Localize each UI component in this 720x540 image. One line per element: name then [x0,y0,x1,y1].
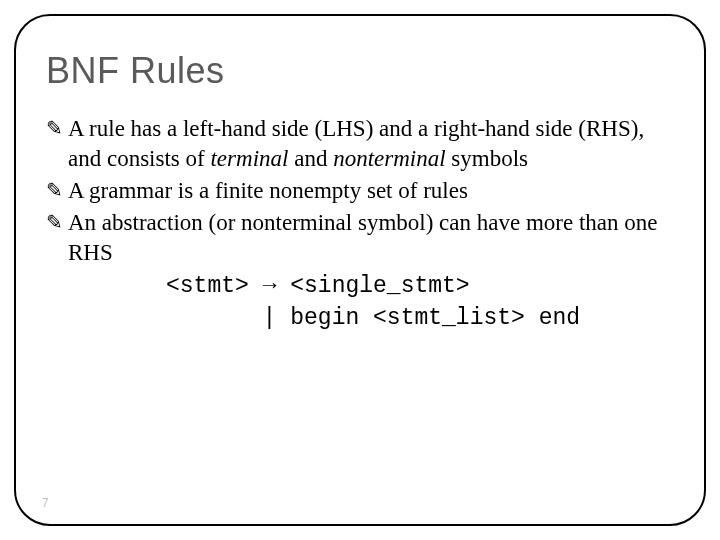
slide-frame: BNF Rules ✎ A rule has a left-hand side … [14,14,706,526]
code-segment: <stmt> [166,273,263,299]
slide-title: BNF Rules [46,50,674,92]
bullet-icon: ✎ [46,114,68,174]
bullet-item: ✎ A rule has a left-hand side (LHS) and … [46,114,674,174]
text-segment: symbols [446,146,528,171]
page-number: 7 [42,496,49,510]
arrow-icon: → [263,273,277,299]
code-block: <stmt> → <single_stmt> | begin <stmt_lis… [166,271,674,333]
bullet-icon: ✎ [46,208,68,268]
bullet-text: A grammar is a finite nonempty set of ru… [68,176,674,206]
code-segment: <single_stmt> [276,273,469,299]
bullet-item: ✎ An abstraction (or nonterminal symbol)… [46,208,674,268]
italic-text: nonterminal [333,146,445,171]
slide-body: ✎ A rule has a left-hand side (LHS) and … [46,114,674,334]
text-segment: and [288,146,333,171]
bullet-icon: ✎ [46,176,68,206]
code-segment: | begin <stmt_list> end [166,305,580,331]
bullet-text: A rule has a left-hand side (LHS) and a … [68,114,674,174]
slide: BNF Rules ✎ A rule has a left-hand side … [0,0,720,540]
bullet-text: An abstraction (or nonterminal symbol) c… [68,208,674,268]
bullet-item: ✎ A grammar is a finite nonempty set of … [46,176,674,206]
italic-text: terminal [210,146,288,171]
